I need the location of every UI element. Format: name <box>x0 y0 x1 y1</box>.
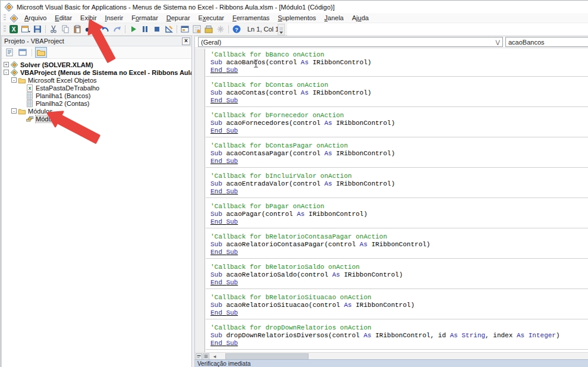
procedure-dropdown[interactable]: acaoBancos ⋁ <box>505 37 588 47</box>
immediate-window-titlebar[interactable]: Verificação imediata <box>195 359 588 367</box>
code-procedure-block: 'Callback for bRelatorioContasaPagar onA… <box>210 233 588 256</box>
chevron-down-icon <box>279 32 283 34</box>
tree-item-label: Planilha1 (Bancos) <box>36 92 90 99</box>
menu-item-inserir[interactable]: Inserir <box>101 14 128 22</box>
menu-bar: ArquivoEditarExibirInserirFormatarDepura… <box>1 13 588 23</box>
reset-icon[interactable] <box>152 24 162 34</box>
scroll-left-icon[interactable]: ◂ <box>211 353 218 360</box>
project-tree: +Solver (SOLVER.XLAM)-VBAProject (Menus … <box>2 59 191 367</box>
menu-item-depurar[interactable]: Depurar <box>162 14 194 22</box>
toolbar-separator <box>228 25 229 33</box>
menu-item-exibir[interactable]: Exibir <box>76 14 101 22</box>
menu-item-executar[interactable]: Executar <box>194 14 228 22</box>
code-margin[interactable] <box>195 49 205 352</box>
scrollbar-track[interactable] <box>218 353 587 360</box>
properties-window-icon[interactable] <box>191 24 202 34</box>
procedure-separator <box>206 228 588 228</box>
cut-icon[interactable] <box>48 24 59 34</box>
project-panel-header[interactable]: Projeto - VBAProject × <box>2 36 191 46</box>
menu-item-ferramentas[interactable]: Ferramentas <box>228 14 273 22</box>
tree-item-solver-solver-xlam[interactable]: +Solver (SOLVER.XLAM) <box>2 61 191 68</box>
help-icon[interactable]: ? <box>231 24 242 34</box>
expand-icon[interactable]: + <box>4 62 9 67</box>
paste-icon[interactable] <box>72 24 83 34</box>
menu-item-arquivo[interactable]: Arquivo <box>20 14 51 22</box>
module-icon <box>26 115 34 123</box>
undo-icon[interactable] <box>100 24 111 34</box>
project-explorer-icon[interactable] <box>180 24 190 34</box>
code-procedure-block: 'Callback for bPagar onActionSub acaoPag… <box>210 203 588 226</box>
insert-userform-icon[interactable] <box>20 24 31 34</box>
full-module-view-button[interactable] <box>203 353 209 360</box>
code-comment-line: 'Callback for bFornecedor onAction <box>210 112 588 120</box>
menu-item-janela[interactable]: Janela <box>320 14 348 22</box>
toolbar-separator <box>97 25 98 33</box>
toolbar-grip[interactable] <box>4 26 6 33</box>
tree-spacer <box>19 116 24 121</box>
code-declaration-line: Sub acaoPagar(control As IRibbonControl) <box>210 211 588 218</box>
tree-item-vbaproject-menus-de-sistema-no-excel-ribbons-aula[interactable]: -VBAProject (Menus de Sistema no Excel -… <box>2 68 191 76</box>
view-code-icon[interactable] <box>4 47 15 58</box>
menu-item-suplementos[interactable]: Suplementos <box>273 14 320 22</box>
collapse-icon[interactable]: - <box>11 77 17 83</box>
code-declaration-line: Sub acaoRelatorioContasaPagar(control As… <box>210 241 588 249</box>
toolbar-row: X? Ln 1, Col 1 <box>1 23 588 36</box>
code-editor[interactable]: 'Callback for bBanco onActionSub acaoBan… <box>195 49 588 352</box>
code-declaration-line: Sub acaoRelatorioSituacao(control As IRi… <box>210 302 588 309</box>
scrollbar-thumb[interactable] <box>225 353 309 360</box>
view-object-icon[interactable] <box>17 47 29 58</box>
tree-item-m-dulo1[interactable]: Módulo1 <box>2 115 191 123</box>
toggle-folders-icon[interactable] <box>35 47 47 58</box>
svg-text:?: ? <box>235 26 238 33</box>
run-icon[interactable] <box>128 24 139 34</box>
procedure-view-button[interactable] <box>196 353 202 360</box>
procedure-separator <box>206 197 588 198</box>
close-icon[interactable]: × <box>182 37 190 45</box>
code-text[interactable]: 'Callback for bBanco onActionSub acaoBan… <box>206 49 588 352</box>
toolbar-options-button[interactable] <box>278 24 285 35</box>
design-mode-icon[interactable] <box>163 24 174 34</box>
menu-item-editar[interactable]: Editar <box>51 14 76 22</box>
code-declaration-line: Sub acaoRelatorioSaldo(control As IRibbo… <box>210 271 588 279</box>
immediate-window-title: Verificação imediata <box>197 360 251 367</box>
code-comment-line: 'Callback for dropDownRelatorios onActio… <box>210 324 588 332</box>
procedure-separator <box>206 349 588 350</box>
tree-item-label: Solver (SOLVER.XLAM) <box>20 61 93 68</box>
object-dropdown[interactable]: (Geral) ⋁ <box>198 37 503 47</box>
tree-item-planilha2-contas[interactable]: Planilha2 (Contas) <box>2 99 191 107</box>
code-end-line: End Sub <box>210 127 588 135</box>
object-browser-icon[interactable] <box>203 24 214 34</box>
save-icon[interactable] <box>32 24 43 34</box>
child-window-icon[interactable] <box>10 14 18 23</box>
code-end-line: End Sub <box>210 249 588 256</box>
find-icon[interactable] <box>84 24 95 34</box>
collapse-icon[interactable]: - <box>11 108 17 114</box>
menu-item-ajuda[interactable]: Ajuda <box>348 14 373 22</box>
code-procedure-block: 'Callback for bContas onActionSub acaoCo… <box>210 81 588 105</box>
excel-icon[interactable]: X <box>8 24 19 34</box>
code-end-line: End Sub <box>210 309 588 317</box>
vba-editor-window: Microsoft Visual Basic for Applications … <box>0 0 588 367</box>
menu-item-formatar[interactable]: Formatar <box>127 14 162 22</box>
standard-toolbar: X? Ln 1, Col 1 <box>1 23 287 36</box>
code-comment-line: 'Callback for bPagar onAction <box>210 203 588 211</box>
redo-icon[interactable] <box>112 24 122 34</box>
main-content: Projeto - VBAProject × +Solver (SOLVER.X… <box>1 36 588 367</box>
code-declaration-line: Sub acaoContasaPagar(control As IRibbonC… <box>210 150 588 158</box>
code-end-line: End Sub <box>210 158 588 165</box>
procedure-dropdown-value: acaoBancos <box>508 39 545 46</box>
chevron-down-icon: ⋁ <box>496 39 500 45</box>
collapse-icon[interactable]: - <box>4 70 9 75</box>
project-panel-title: Projeto - VBAProject <box>4 37 64 45</box>
procedure-separator <box>206 288 588 289</box>
menubar-grip[interactable] <box>4 14 6 21</box>
break-icon[interactable] <box>140 24 150 34</box>
folder-icon <box>18 76 26 84</box>
code-combo-row: (Geral) ⋁ acaoBancos ⋁ <box>195 36 588 48</box>
toolbox-icon[interactable] <box>215 24 226 34</box>
code-comment-line: 'Callback for bIncluirValor onAction <box>210 172 588 180</box>
code-comment-line: 'Callback for bRelatorioSituacao onActio… <box>210 294 588 302</box>
code-end-line: End Sub <box>210 340 588 347</box>
object-dropdown-value: (Geral) <box>201 39 221 46</box>
copy-icon[interactable] <box>60 24 71 34</box>
